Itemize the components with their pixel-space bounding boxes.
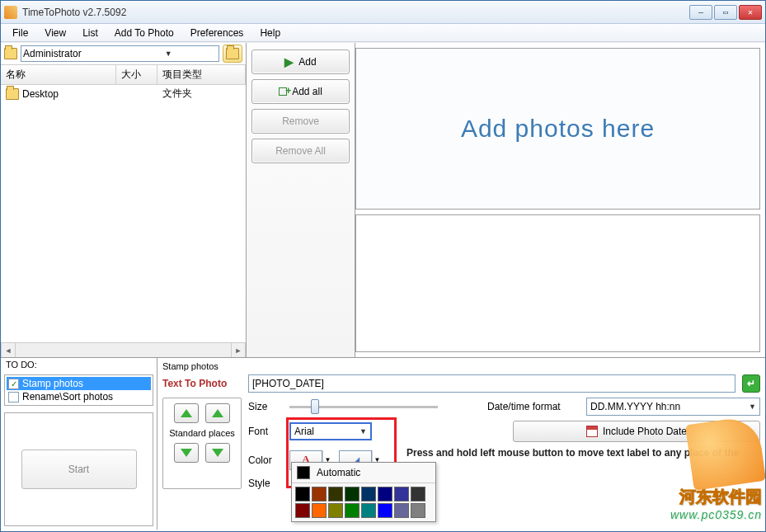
color-swatch[interactable] — [411, 503, 425, 518]
app-icon — [4, 6, 17, 19]
color-swatch[interactable] — [312, 487, 327, 501]
list-item[interactable]: Desktop 文件夹 — [1, 85, 246, 102]
remove-button[interactable]: Remove — [251, 109, 350, 134]
position-arrows: Standard places — [162, 398, 242, 489]
add-button[interactable]: ▶ Add — [251, 49, 350, 74]
color-swatch[interactable] — [361, 487, 376, 501]
photo-preview — [355, 214, 760, 352]
move-hint: Press and hold left mouse button to move… — [406, 447, 760, 473]
col-size[interactable]: 大小 — [116, 65, 157, 84]
calendar-icon — [586, 426, 598, 437]
arrow-up-right-button[interactable] — [205, 403, 230, 423]
refresh-button[interactable]: ↵ — [742, 374, 760, 393]
arrow-down-right-button[interactable] — [205, 443, 230, 463]
color-swatch[interactable] — [345, 503, 360, 518]
checkbox-checked-icon[interactable]: ✓ — [8, 379, 19, 389]
color-swatch[interactable] — [378, 487, 392, 501]
include-photo-date-button[interactable]: Include Photo Date — [513, 421, 760, 442]
col-type[interactable]: 项目类型 — [157, 65, 246, 84]
menu-preferences[interactable]: Preferences — [182, 26, 252, 40]
color-picker-popup[interactable]: Automatic — [291, 462, 436, 522]
color-automatic-row[interactable]: Automatic — [292, 463, 435, 483]
todo-item-label: Rename\Sort photos — [22, 391, 113, 403]
font-value: Arial — [294, 426, 355, 437]
color-swatch[interactable] — [295, 503, 310, 518]
color-swatch[interactable] — [328, 503, 343, 518]
color-swatch[interactable] — [361, 503, 376, 518]
window-title: TimeToPhoto v2.7.5092 — [22, 7, 689, 18]
scroll-right-icon[interactable]: ► — [231, 343, 246, 357]
chevron-down-icon[interactable]: ▼ — [745, 403, 756, 411]
todo-item-stamp[interactable]: ✓ Stamp photos — [7, 377, 151, 390]
date-format-label: Date/time format — [487, 401, 578, 412]
folder-up-button[interactable] — [223, 45, 242, 63]
scroll-track[interactable] — [16, 343, 231, 357]
font-combo[interactable]: Arial ▼ — [289, 422, 372, 440]
file-browser-pane: Administrator ▼ 名称 大小 项目类型 Desktop 文件夹 ◄ — [1, 43, 247, 357]
add-all-icon — [279, 87, 287, 96]
maximize-button[interactable]: ▭ — [714, 5, 737, 20]
folder-icon — [6, 88, 19, 100]
automatic-label: Automatic — [317, 467, 360, 478]
color-swatch[interactable] — [394, 487, 409, 501]
date-format-combo[interactable]: DD.MM.YYYY hh:nn ▼ — [586, 398, 760, 416]
triangle-down-icon — [181, 449, 192, 457]
color-swatch[interactable] — [411, 487, 425, 501]
text-to-photo-label: Text To Photo — [162, 378, 242, 389]
menu-add-to-photo[interactable]: Add To Photo — [106, 26, 182, 40]
todo-item-label: Stamp photos — [22, 378, 83, 389]
standard-places-label: Standard places — [169, 428, 235, 438]
color-swatch[interactable] — [312, 503, 327, 518]
add-icon: ▶ — [284, 55, 294, 68]
cell-name: Desktop — [22, 88, 121, 100]
color-swatch[interactable] — [328, 487, 343, 501]
text-to-photo-input[interactable] — [248, 374, 735, 393]
cell-type: 文件夹 — [162, 87, 192, 101]
scroll-left-icon[interactable]: ◄ — [1, 343, 16, 357]
arrow-down-left-button[interactable] — [174, 443, 199, 463]
start-button[interactable]: Start — [21, 450, 137, 489]
color-swatch[interactable] — [394, 503, 409, 518]
folder-up-icon — [226, 48, 239, 59]
font-label: Font — [248, 426, 281, 437]
close-button[interactable]: ✕ — [739, 5, 762, 20]
menubar: File View List Add To Photo Preferences … — [1, 24, 765, 42]
slider-thumb[interactable] — [311, 399, 319, 414]
todo-item-rename[interactable]: Rename\Sort photos — [7, 390, 151, 403]
todo-header: TO DO: — [6, 360, 152, 370]
add-all-label: Add all — [292, 86, 322, 97]
color-swatch-black — [297, 466, 310, 479]
drop-hint: Add photos here — [461, 115, 655, 143]
remove-all-label: Remove All — [275, 145, 326, 157]
color-label: Color — [248, 454, 281, 466]
add-all-button[interactable]: Add all — [251, 79, 350, 104]
path-combo[interactable]: Administrator ▼ — [21, 45, 219, 62]
color-swatch[interactable] — [378, 503, 392, 518]
minimize-button[interactable]: — — [689, 5, 712, 20]
todo-list: ✓ Stamp photos Rename\Sort photos — [4, 374, 153, 406]
size-slider[interactable] — [289, 398, 438, 416]
chevron-down-icon[interactable]: ▼ — [355, 427, 367, 435]
checkbox-icon[interactable] — [8, 392, 19, 403]
menu-list[interactable]: List — [74, 26, 106, 40]
remove-all-button[interactable]: Remove All — [251, 139, 350, 163]
include-label: Include Photo Date — [603, 426, 687, 437]
color-swatch[interactable] — [345, 487, 360, 501]
col-name[interactable]: 名称 — [1, 65, 116, 84]
date-format-value: DD.MM.YYYY hh:nn — [590, 401, 745, 412]
style-label: Style — [248, 478, 281, 489]
menu-file[interactable]: File — [4, 26, 36, 40]
photo-drop-area[interactable]: Add photos here — [355, 48, 760, 210]
file-list-header: 名称 大小 项目类型 — [1, 65, 246, 85]
arrow-up-left-button[interactable] — [174, 403, 199, 423]
menu-view[interactable]: View — [36, 26, 74, 40]
horizontal-scrollbar[interactable]: ◄ ► — [1, 342, 246, 357]
menu-help[interactable]: Help — [251, 26, 289, 40]
stamp-header: Stamp photos — [162, 361, 760, 371]
size-label: Size — [248, 401, 281, 412]
color-swatch[interactable] — [295, 487, 310, 501]
arrow-left-icon: ↵ — [747, 378, 755, 389]
file-list[interactable]: 名称 大小 项目类型 Desktop 文件夹 — [1, 64, 246, 342]
titlebar: TimeToPhoto v2.7.5092 — ▭ ✕ — [1, 1, 765, 24]
chevron-down-icon[interactable]: ▼ — [120, 49, 218, 58]
